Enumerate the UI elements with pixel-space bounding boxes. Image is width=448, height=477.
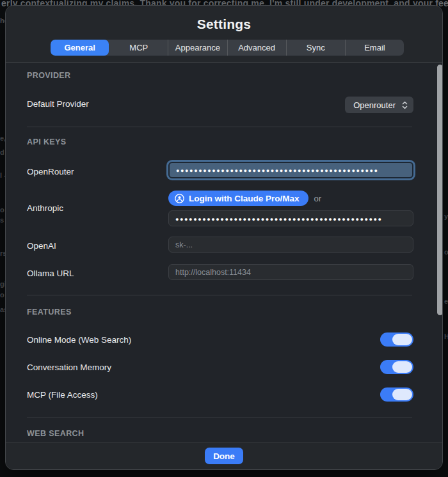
openai-key-label: OpenAI <box>27 241 56 251</box>
background-text-fragment: o <box>0 206 4 214</box>
section-divider <box>27 418 412 418</box>
login-with-claude-label: Login with Claude Pro/Max <box>189 194 300 203</box>
toggle-knob <box>392 334 412 345</box>
or-text: or <box>314 194 322 203</box>
anthropic-api-key-input[interactable] <box>168 210 413 226</box>
online-mode-toggle[interactable] <box>380 332 413 347</box>
background-text-fragment: o <box>444 248 448 256</box>
ollama-url-input[interactable] <box>168 264 413 280</box>
default-provider-label: Default Provider <box>27 99 89 109</box>
section-header-features: FEATURES <box>27 308 72 317</box>
openrouter-api-key-input[interactable] <box>168 162 413 178</box>
openai-api-key-input[interactable] <box>168 237 413 253</box>
tab-mcp[interactable]: MCP <box>109 40 168 56</box>
toggle-knob <box>392 389 412 400</box>
anthropic-key-label: Anthropic <box>27 203 63 213</box>
background-text-fragment: s <box>0 216 4 224</box>
openrouter-key-label: OpenRouter <box>27 167 74 176</box>
tab-email[interactable]: Email <box>345 40 404 56</box>
conversation-memory-toggle[interactable] <box>380 360 413 374</box>
section-divider <box>27 127 412 127</box>
background-text-fragment: o <box>0 291 4 299</box>
tab-appearance[interactable]: Appearance <box>168 40 227 56</box>
background-text-fragment: e <box>444 297 448 305</box>
toggle-knob <box>392 361 412 373</box>
conversation-memory-label: Conversation Memory <box>27 363 111 372</box>
ollama-url-label: Ollama URL <box>27 269 74 278</box>
dialog-header: Settings General MCP Appearance Advanced… <box>6 6 442 63</box>
chevron-up-down-icon <box>401 100 409 110</box>
tab-advanced[interactable]: Advanced <box>227 40 286 56</box>
tab-sync[interactable]: Sync <box>286 40 345 56</box>
background-text-fragment: d <box>0 148 4 156</box>
background-text-fragment: H <box>444 332 448 340</box>
tab-general[interactable]: General <box>51 40 109 56</box>
done-button[interactable]: Done <box>205 448 243 464</box>
mcp-file-access-toggle[interactable] <box>380 387 413 402</box>
person-circle-icon <box>175 194 184 203</box>
dialog-footer: Done <box>6 442 442 469</box>
settings-scroll-area: PROVIDER Default Provider Openrouter API… <box>6 63 442 442</box>
section-divider <box>27 295 412 295</box>
section-header-api-keys: API KEYS <box>27 137 67 146</box>
scrollbar[interactable] <box>437 65 443 315</box>
default-provider-value: Openrouter <box>353 100 396 110</box>
settings-dialog: Settings General MCP Appearance Advanced… <box>5 5 443 470</box>
settings-tab-bar: General MCP Appearance Advanced Sync Ema… <box>51 40 404 56</box>
login-with-claude-button[interactable]: Login with Claude Pro/Max <box>168 191 308 206</box>
online-mode-label: Online Mode (Web Search) <box>27 335 131 345</box>
default-provider-select[interactable]: Openrouter <box>345 97 413 113</box>
background-text-fragment: y <box>444 212 448 220</box>
page-title: Settings <box>6 6 442 32</box>
mcp-file-access-label: MCP (File Access) <box>27 390 98 400</box>
section-header-provider: PROVIDER <box>27 71 71 80</box>
section-header-web-search: WEB SEARCH <box>27 429 84 438</box>
